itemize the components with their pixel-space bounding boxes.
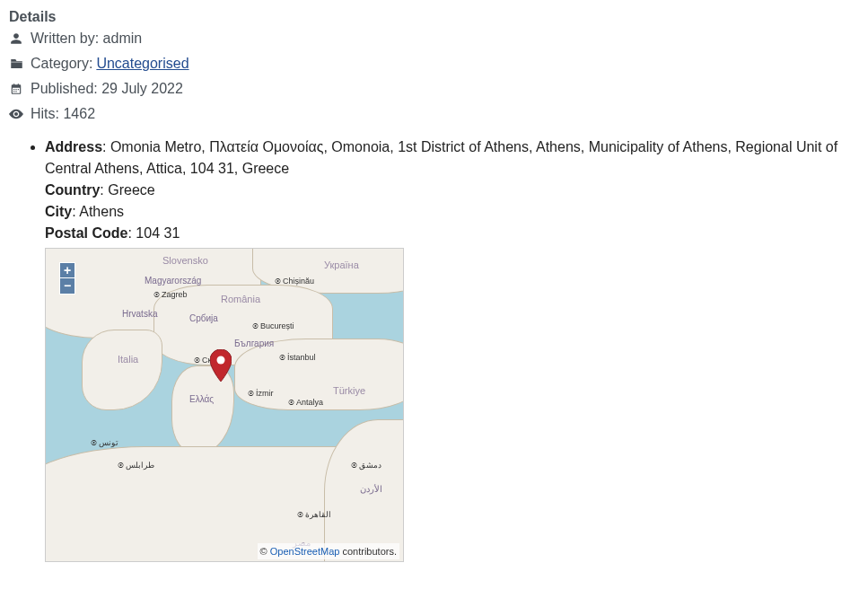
calendar-icon [9, 83, 23, 95]
map-label: Србија [189, 312, 218, 325]
zoom-in-button[interactable]: + [59, 262, 75, 278]
map-city: İstanbul [279, 352, 316, 365]
address-value: : Omonia Metro, Πλατεία Ομονοίας, Omonoi… [45, 139, 837, 176]
details-heading: Details [9, 9, 859, 25]
map-marker-icon [210, 349, 232, 388]
postal-label: Postal Code [45, 225, 127, 241]
address-label: Address [45, 139, 102, 154]
svg-point-0 [217, 356, 225, 365]
map-label: Magyarország [145, 274, 201, 287]
meta-hits: Hits: 1462 [9, 106, 859, 122]
map-city: București [252, 321, 294, 333]
map-city: دمشق [351, 460, 381, 472]
meta-written-by: Written by: admin [9, 31, 859, 47]
map-city: تونس [91, 437, 118, 450]
content-list: Address: Omonia Metro, Πλατεία Ομονοίας,… [9, 136, 859, 562]
map-city: Chișinău [275, 276, 314, 288]
folder-icon [9, 57, 23, 70]
map-label: Türkiye [333, 383, 365, 399]
country-label: Country [45, 182, 100, 198]
zoom-out-button[interactable]: − [59, 278, 75, 295]
map-city: طرابلس [118, 460, 154, 472]
map-city: Antalya [288, 397, 323, 409]
map-label: Hrvatska [122, 307, 157, 321]
published-text: Published: 29 July 2022 [31, 81, 183, 97]
zoom-controls: + − [59, 262, 75, 295]
map-container[interactable]: Slovensko Україна Magyarország Chișinău … [45, 248, 404, 562]
written-by-text: Written by: admin [31, 31, 142, 47]
category-label: Category: [31, 56, 92, 72]
city-value: : Athens [72, 204, 124, 219]
postal-value: : 104 31 [127, 225, 180, 241]
city-label: City [45, 204, 72, 219]
category-link[interactable]: Uncategorised [96, 56, 189, 72]
attribution-prefix: © [260, 546, 270, 557]
list-item: Address: Omonia Metro, Πλατεία Ομονοίας,… [45, 136, 859, 562]
country-value: : Greece [100, 182, 154, 198]
map-label: România [221, 292, 260, 307]
map-city: İzmir [248, 388, 274, 400]
attribution-suffix: contributors. [339, 546, 397, 557]
map-label: България [234, 337, 274, 350]
map-city: القاهرة [297, 509, 331, 522]
map-label: Italia [118, 352, 138, 367]
map-label: Ελλάς [189, 392, 214, 406]
map-label: Slovensko [162, 253, 208, 268]
user-icon [9, 32, 23, 45]
osm-link[interactable]: OpenStreetMap [270, 546, 340, 557]
map-attribution: © OpenStreetMap contributors. [258, 543, 399, 560]
eye-icon [9, 109, 23, 119]
map-city: Zagreb [153, 289, 188, 302]
map-label: Україна [324, 258, 359, 273]
meta-category: Category: Uncategorised [9, 56, 859, 72]
hits-text: Hits: 1462 [31, 106, 95, 122]
map-label: الأردن [360, 482, 382, 496]
meta-published: Published: 29 July 2022 [9, 81, 859, 97]
